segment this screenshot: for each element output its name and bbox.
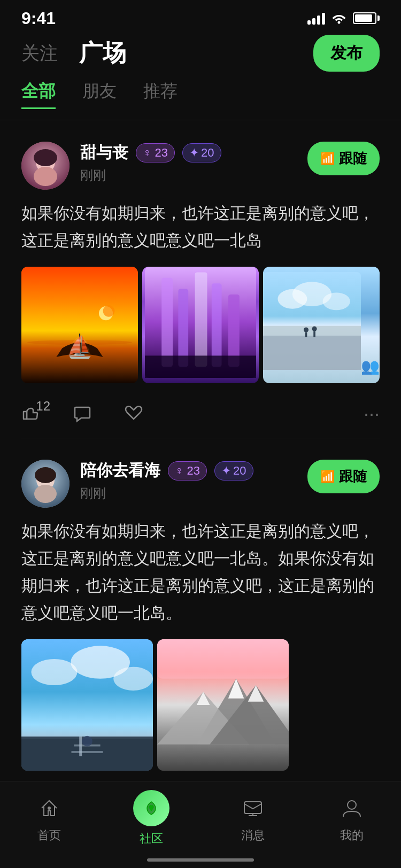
messages-icon — [238, 793, 268, 823]
wifi-icon — [331, 12, 346, 24]
svg-point-49 — [48, 807, 51, 810]
nav-item-profile[interactable]: 我的 — [337, 793, 367, 843]
image-grid — [21, 639, 289, 771]
post-image-5[interactable] — [157, 639, 289, 771]
svg-point-20 — [323, 292, 350, 310]
username-row: 甜与丧 ♀ 23 ✦ 20 — [80, 142, 307, 164]
post-time: 刚刚 — [80, 486, 106, 500]
nav-label-profile: 我的 — [340, 827, 364, 843]
nav-item-community[interactable]: 社区 — [133, 790, 169, 847]
svg-rect-14 — [212, 283, 222, 367]
svg-rect-11 — [161, 278, 173, 367]
post-card: 甜与丧 ♀ 23 ✦ 20 刚刚 📶 跟随 如果你没有如期归来，也许这正是离别的… — [0, 131, 401, 438]
post-image-1[interactable] — [21, 267, 138, 383]
svg-rect-22 — [263, 336, 361, 370]
follow-label: 跟随 — [339, 467, 367, 486]
svg-point-9 — [103, 305, 115, 317]
like-button[interactable]: 12 — [21, 404, 41, 423]
nav-label-community: 社区 — [140, 831, 163, 847]
post-content: 如果你没有如期归来，也许这正是离别的意义吧，这正是离别的意义吧意义吧一北岛。如果… — [21, 517, 380, 626]
post-image-3[interactable] — [263, 267, 380, 383]
post-image-2[interactable] — [142, 267, 259, 383]
username-row: 陪你去看海 ♀ 23 ✦ 20 — [80, 460, 307, 482]
comment-button[interactable] — [73, 404, 92, 423]
action-bar: 12 ··· — [21, 394, 380, 438]
post-header: 甜与丧 ♀ 23 ✦ 20 刚刚 📶 跟随 — [21, 142, 380, 190]
svg-point-25 — [312, 327, 317, 331]
follow-button[interactable]: 📶 跟随 — [307, 142, 380, 175]
svg-rect-39 — [71, 751, 103, 753]
svg-point-34 — [113, 667, 153, 691]
svg-point-6 — [27, 340, 132, 345]
follow-button[interactable]: 📶 跟随 — [307, 460, 380, 493]
svg-rect-12 — [178, 289, 188, 367]
svg-point-0 — [338, 21, 341, 24]
nav-label-messages: 消息 — [241, 827, 265, 843]
post-image-4[interactable] — [21, 639, 153, 771]
home-indicator — [147, 858, 254, 862]
username: 陪你去看海 — [80, 460, 160, 482]
badge-level: ✦ 20 — [182, 143, 221, 162]
tab-bar: 全部 朋友 推荐 — [0, 80, 401, 120]
post-card: 陪你去看海 ♀ 23 ✦ 20 刚刚 📶 跟随 如果你没有如期归来，也许这正是离… — [0, 449, 401, 826]
tab-friends[interactable]: 朋友 — [82, 80, 117, 109]
svg-rect-16 — [145, 355, 256, 378]
follow-label: 跟随 — [339, 149, 367, 168]
nav-label-home: 首页 — [37, 827, 61, 843]
more-button[interactable]: ··· — [364, 402, 380, 425]
avatar[interactable] — [21, 142, 70, 190]
like-count: 12 — [36, 399, 50, 414]
post-time: 刚刚 — [80, 168, 106, 182]
status-bar: 9:41 — [0, 0, 401, 32]
svg-point-29 — [34, 485, 57, 503]
svg-point-30 — [35, 467, 56, 483]
svg-rect-26 — [313, 331, 315, 337]
username: 甜与丧 — [80, 142, 128, 164]
battery-icon — [353, 12, 380, 24]
divider — [0, 120, 401, 120]
svg-rect-51 — [244, 802, 261, 813]
svg-rect-13 — [195, 272, 207, 367]
post-user-info: 甜与丧 ♀ 23 ✦ 20 刚刚 — [80, 142, 307, 184]
svg-point-32 — [31, 659, 77, 685]
profile-icon — [337, 793, 367, 823]
avatar[interactable] — [21, 460, 70, 508]
svg-point-40 — [82, 736, 92, 747]
follow-icon: 📶 — [320, 152, 335, 166]
favorite-button[interactable] — [124, 404, 143, 423]
tab-all[interactable]: 全部 — [21, 80, 56, 109]
community-icon — [133, 790, 169, 826]
svg-point-3 — [34, 167, 57, 186]
publish-button[interactable]: 发布 — [313, 35, 380, 72]
svg-point-23 — [304, 327, 309, 332]
svg-point-4 — [34, 149, 57, 166]
nav-item-messages[interactable]: 消息 — [238, 793, 268, 843]
header: 关注 广场 发布 — [0, 32, 401, 80]
status-icons — [307, 12, 380, 25]
post-content: 如果你没有如期归来，也许这正是离别的意义吧，这正是离别的意义吧意义吧一北岛 — [21, 199, 380, 254]
page-title: 广场 — [79, 37, 126, 69]
svg-point-54 — [348, 801, 356, 809]
post-header: 陪你去看海 ♀ 23 ✦ 20 刚刚 📶 跟随 — [21, 460, 380, 508]
bottom-nav: 首页 社区 消息 我的 — [0, 781, 401, 868]
badge-gender-age: ♀ 23 — [136, 143, 175, 162]
svg-rect-24 — [305, 332, 307, 337]
nav-item-home[interactable]: 首页 — [34, 793, 64, 843]
svg-rect-48 — [157, 639, 289, 679]
tab-recommend[interactable]: 推荐 — [143, 80, 178, 109]
badge-gender-age: ♀ 23 — [168, 461, 207, 480]
home-icon — [34, 793, 64, 823]
signal-icon — [307, 12, 325, 25]
status-time: 9:41 — [21, 9, 56, 28]
follow-icon: 📶 — [320, 470, 335, 484]
follow-link[interactable]: 关注 — [21, 41, 58, 66]
badge-level: ✦ 20 — [214, 461, 253, 480]
post-user-info: 陪你去看海 ♀ 23 ✦ 20 刚刚 — [80, 460, 307, 502]
image-grid — [21, 267, 380, 383]
svg-rect-5 — [21, 267, 138, 383]
